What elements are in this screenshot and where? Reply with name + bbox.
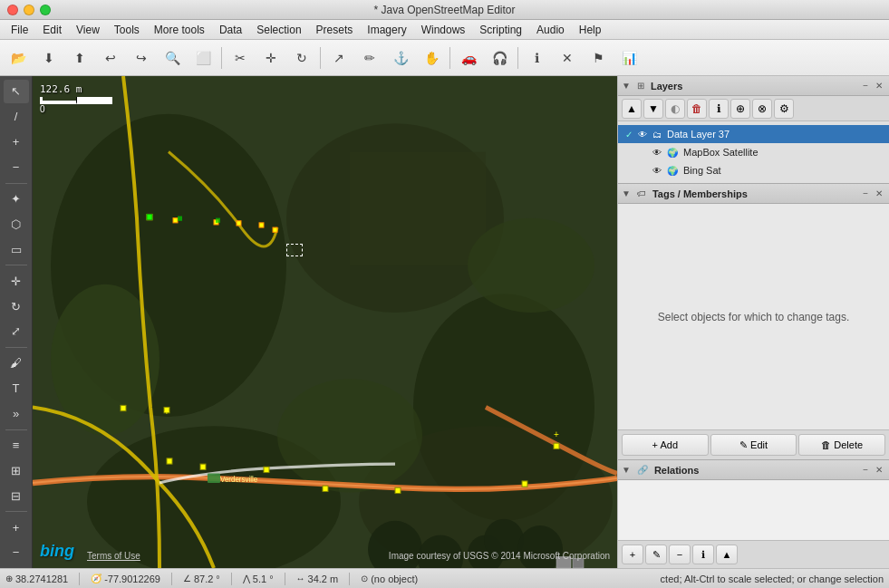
menu-item-windows[interactable]: Windows bbox=[414, 22, 473, 38]
chart-button[interactable]: 📊 bbox=[614, 43, 643, 72]
way-tool[interactable]: ⬡ bbox=[4, 212, 29, 236]
undo-button[interactable]: ↩ bbox=[96, 43, 125, 72]
layer-down-btn[interactable]: ▼ bbox=[643, 99, 663, 119]
layer-item-2[interactable]: ✓ 👁 🌍 Bing Sat bbox=[618, 161, 889, 179]
layer-eye: 👁 bbox=[638, 130, 647, 140]
relations-minimize[interactable]: − bbox=[860, 464, 871, 476]
open-file-button[interactable]: 📂 bbox=[4, 43, 33, 72]
draw-tool[interactable]: / bbox=[4, 105, 29, 129]
layers-title: Layers bbox=[651, 81, 856, 92]
minus-tool[interactable]: − bbox=[4, 541, 29, 564]
area-tool[interactable]: ▭ bbox=[4, 237, 29, 261]
menu-item-view[interactable]: View bbox=[69, 22, 107, 38]
relation-up-btn[interactable]: ▲ bbox=[716, 545, 738, 564]
layers-toggle[interactable]: ▼ bbox=[622, 81, 631, 91]
menu-item-selection[interactable]: Selection bbox=[249, 22, 308, 38]
hand-button[interactable]: ✋ bbox=[417, 43, 446, 72]
maximize-button[interactable] bbox=[40, 5, 51, 15]
close-button[interactable] bbox=[7, 5, 18, 15]
download-button[interactable]: ⬇ bbox=[34, 43, 63, 72]
layer-trash-btn[interactable]: 🗑 bbox=[687, 99, 707, 119]
zoom-fit-button[interactable]: 🔍 bbox=[158, 43, 187, 72]
zoom-in-tool[interactable]: + bbox=[4, 130, 29, 154]
move-tool[interactable]: ✛ bbox=[4, 269, 29, 293]
relations-buttons: + ✎ − ℹ ▲ bbox=[618, 540, 889, 568]
left-separator bbox=[5, 511, 27, 512]
menu-item-scripting[interactable]: Scripting bbox=[472, 22, 529, 38]
plus-tool[interactable]: + bbox=[4, 516, 29, 539]
car-button[interactable]: 🚗 bbox=[454, 43, 483, 72]
layers-side-tool[interactable]: ≡ bbox=[4, 433, 29, 457]
zoom-out-tool[interactable]: − bbox=[4, 156, 29, 179]
menu-item-edit[interactable]: Edit bbox=[35, 22, 69, 38]
minimize-button[interactable] bbox=[24, 5, 34, 15]
layer-item-1[interactable]: ✓ 👁 🌍 MapBox Satellite bbox=[618, 143, 889, 161]
layer-name: MapBox Satellite bbox=[683, 147, 759, 158]
menu-item-imagery[interactable]: Imagery bbox=[360, 22, 413, 38]
bing-terms[interactable]: Terms of Use bbox=[87, 551, 140, 561]
layer-up-btn[interactable]: ▲ bbox=[622, 99, 642, 119]
add-tag-button[interactable]: + Add bbox=[622, 434, 709, 456]
draw-button[interactable]: ✏ bbox=[355, 43, 384, 72]
relation-info-btn[interactable]: ℹ bbox=[692, 545, 714, 564]
main-toolbar: 📂⬇⬆↩↪🔍⬜✂✛↻↗✏⚓✋🚗🎧ℹ✕⚑📊 bbox=[0, 40, 889, 76]
map-area[interactable]: Verdersville + + 122.6 m 0 bing bbox=[33, 76, 617, 568]
menu-item-tools[interactable]: Tools bbox=[107, 22, 147, 38]
sep3 bbox=[449, 47, 450, 69]
tags-header: ▼ 🏷 Tags / Memberships − ✕ bbox=[618, 184, 889, 204]
delete-tag-button[interactable]: 🗑 Delete bbox=[798, 434, 885, 456]
menu-item-file[interactable]: File bbox=[4, 22, 35, 38]
svg-text:+: + bbox=[554, 429, 559, 439]
audio-button[interactable]: 🎧 bbox=[485, 43, 514, 72]
tags-close[interactable]: ✕ bbox=[873, 188, 885, 199]
relations-toggle[interactable]: ▼ bbox=[622, 465, 631, 475]
menu-item-data[interactable]: Data bbox=[212, 22, 249, 38]
layer-info-btn[interactable]: ℹ bbox=[709, 99, 729, 119]
upload-button[interactable]: ⬆ bbox=[65, 43, 94, 72]
layer-duplicate-btn[interactable]: ⊗ bbox=[752, 99, 772, 119]
tags-toggle[interactable]: ▼ bbox=[622, 188, 631, 198]
relation-add-btn[interactable]: + bbox=[622, 545, 643, 564]
paint-tool[interactable]: 🖌 bbox=[4, 352, 29, 375]
menu-item-presets[interactable]: Presets bbox=[309, 22, 361, 38]
info-button[interactable]: ℹ bbox=[522, 43, 551, 72]
statusbar: ⊕ 38.2741281 🧭 -77.9012269 ∠ 87.2 ° ⋀ 5.… bbox=[0, 568, 889, 588]
flag-button[interactable]: ⚑ bbox=[584, 43, 613, 72]
delete-button[interactable]: ✂ bbox=[226, 43, 255, 72]
layers-minimize[interactable]: − bbox=[860, 80, 871, 92]
layer-opacity-btn[interactable]: ◐ bbox=[665, 99, 685, 119]
scale-tool[interactable]: ⤢ bbox=[4, 320, 29, 343]
filter-side-tool[interactable]: ⊞ bbox=[4, 458, 29, 482]
more-btn[interactable]: » bbox=[4, 402, 29, 426]
menu-item-more-tools[interactable]: More tools bbox=[147, 22, 212, 38]
zoom-box-button[interactable]: ⬜ bbox=[188, 43, 217, 72]
layers-icon: ⊞ bbox=[634, 80, 647, 92]
svg-point-8 bbox=[277, 379, 422, 492]
layer-merge-btn[interactable]: ⊕ bbox=[730, 99, 750, 119]
relation-delete-btn[interactable]: − bbox=[669, 545, 691, 564]
layer-settings-btn[interactable]: ⚙ bbox=[774, 99, 794, 119]
tags-minimize[interactable]: − bbox=[860, 188, 871, 199]
anchor-button[interactable]: ⚓ bbox=[386, 43, 415, 72]
node-tool[interactable]: ✦ bbox=[4, 188, 29, 211]
rotate-button[interactable]: ↻ bbox=[287, 43, 316, 72]
relations-close[interactable]: ✕ bbox=[873, 464, 885, 476]
move-button[interactable]: ✛ bbox=[256, 43, 285, 72]
relation-edit-btn[interactable]: ✎ bbox=[645, 545, 667, 564]
layers-header: ▼ ⊞ Layers − ✕ bbox=[618, 76, 889, 96]
layer-eye: 👁 bbox=[652, 166, 662, 176]
select-button[interactable]: ↗ bbox=[324, 43, 353, 72]
layer-item-0[interactable]: ✓ 👁 🗂 Data Layer 37 bbox=[618, 125, 889, 143]
menu-item-help[interactable]: Help bbox=[572, 22, 609, 38]
grid-side-tool[interactable]: ⊟ bbox=[4, 484, 29, 507]
layers-close[interactable]: ✕ bbox=[873, 80, 885, 92]
rotate-tool[interactable]: ↻ bbox=[4, 294, 29, 318]
layer-imagery-icon: 🌍 bbox=[667, 166, 678, 176]
svg-rect-19 bbox=[259, 223, 264, 227]
menu-item-audio[interactable]: Audio bbox=[529, 22, 572, 38]
select-tool[interactable]: ↖ bbox=[4, 80, 29, 103]
edit-tag-button[interactable]: ✎ Edit bbox=[710, 434, 797, 456]
cross-button[interactable]: ✕ bbox=[553, 43, 582, 72]
text-tool[interactable]: T bbox=[4, 377, 29, 400]
redo-button[interactable]: ↪ bbox=[127, 43, 156, 72]
